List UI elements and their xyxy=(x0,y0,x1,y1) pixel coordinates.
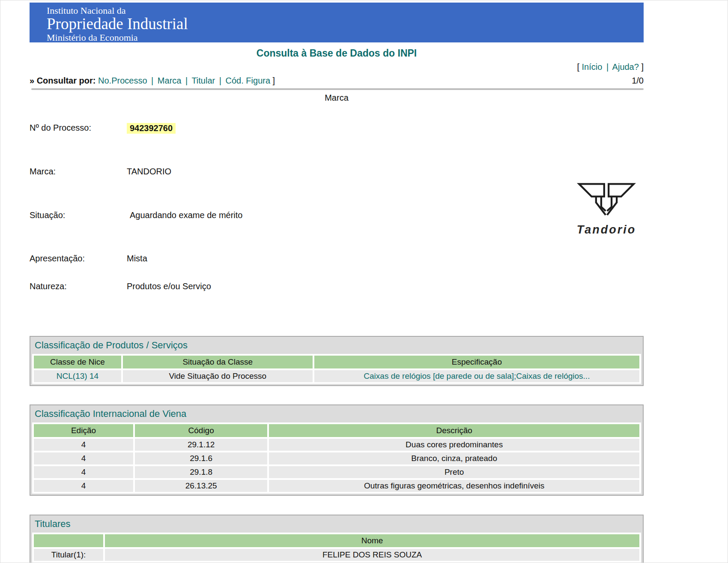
consult-close-bracket: ] xyxy=(273,76,275,85)
natureza-value: Produtos e/ou Serviço xyxy=(127,282,211,291)
titulares-col-nome: Nome xyxy=(105,534,639,547)
link-ajuda[interactable]: Ajuda? xyxy=(612,62,639,72)
vienna-col-edicao: Edição xyxy=(34,424,133,437)
nice-box-title: Classificação de Produtos / Serviços xyxy=(32,338,641,354)
link-cod-figura[interactable]: Cód. Figura xyxy=(226,76,271,85)
nice-col-classe: Classe de Nice xyxy=(34,356,121,368)
vienna-edicao: 4 xyxy=(34,452,133,464)
vienna-table: Edição Código Descrição 4 29.1.12 Duas c… xyxy=(32,422,641,494)
link-inicio[interactable]: Início xyxy=(582,62,603,72)
vienna-data-row: 4 29.1.8 Preto xyxy=(34,466,639,478)
tandorio-logo-emblem xyxy=(577,179,636,221)
titular-label: Titular(1): xyxy=(34,549,103,561)
vienna-codigo: 26.13.25 xyxy=(135,480,267,492)
marca-label: Marca: xyxy=(30,167,127,177)
field-natureza: Natureza: Produtos e/ou Serviço xyxy=(30,282,211,291)
titulares-box-title: Titulares xyxy=(32,517,641,533)
field-apresentacao: Apresentação: Mista xyxy=(30,254,147,264)
field-processo: Nº do Processo: 942392760 xyxy=(30,123,176,134)
vienna-codigo: 29.1.8 xyxy=(135,466,267,478)
page-title: Consulta à Base de Dados do INPI xyxy=(30,48,644,59)
nice-classe-link[interactable]: NCL(13) 14 xyxy=(34,370,121,382)
pager-count: 1/0 xyxy=(632,76,644,86)
consult-row: » Consultar por: No.Processo | Marca | T… xyxy=(30,76,644,86)
vienna-edicao: 4 xyxy=(34,466,133,478)
situacao-value: Aguardando exame de mérito xyxy=(127,210,243,220)
titulares-data-row: Titular(1): FELIPE DOS REIS SOUZA xyxy=(34,549,639,561)
nice-table: Classe de Nice Situação da Classe Especi… xyxy=(32,354,641,384)
processo-label: Nº do Processo: xyxy=(30,123,127,134)
vienna-codigo: 29.1.12 xyxy=(135,439,267,451)
nice-data-row: NCL(13) 14 Vide Situação do Processo Cai… xyxy=(34,370,639,382)
titulares-table: Nome Titular(1): FELIPE DOS REIS SOUZA xyxy=(32,533,641,563)
inpi-header-banner: Instituto Nacional da Propriedade Indust… xyxy=(30,3,644,42)
link-titular[interactable]: Titular xyxy=(191,76,215,85)
consult-separator: | xyxy=(184,76,189,85)
titulares-box: Titulares Nome Titular(1): FELIPE DOS RE… xyxy=(30,515,644,563)
top-nav: [ Início | Ajuda? ] xyxy=(30,62,644,72)
field-marca: Marca: TANDORIO xyxy=(30,167,171,177)
vienna-codigo: 29.1.6 xyxy=(135,452,267,464)
vienna-box-title: Classificação Internacional de Viena xyxy=(32,407,641,422)
trademark-image: Tandorio xyxy=(561,179,651,237)
vienna-data-row: 4 29.1.12 Duas cores predominantes xyxy=(34,439,639,451)
apresentacao-value: Mista xyxy=(127,254,147,264)
vienna-data-row: 4 26.13.25 Outras figuras geométricas, d… xyxy=(34,480,639,492)
org-ministry-line: Ministério da Economia xyxy=(47,33,644,42)
vienna-descricao: Duas cores predominantes xyxy=(269,439,639,451)
processo-value: 942392760 xyxy=(127,123,176,134)
vienna-data-row: 4 29.1.6 Branco, cinza, prateado xyxy=(34,452,639,464)
nice-col-especificacao: Especificação xyxy=(314,356,639,368)
consult-prefix: » Consultar por: xyxy=(30,76,95,85)
vienna-classification-box: Classificação Internacional de Viena Edi… xyxy=(30,404,644,496)
vienna-col-codigo: Código xyxy=(135,424,267,437)
bracket-open: [ xyxy=(577,62,579,72)
section-heading: Marca xyxy=(30,93,644,103)
titulares-header-row: Nome xyxy=(34,534,639,547)
nice-especificacao-link[interactable]: Caixas de relógios [de parede ou de sala… xyxy=(314,370,639,382)
org-name-line2: Propriedade Industrial xyxy=(47,15,644,32)
vienna-header-row: Edição Código Descrição xyxy=(34,424,639,437)
vienna-col-descricao: Descrição xyxy=(269,424,639,437)
consult-separator: | xyxy=(218,76,223,85)
inpi-results-page: Instituto Nacional da Propriedade Indust… xyxy=(0,0,728,563)
vienna-edicao: 4 xyxy=(34,439,133,451)
marca-value: TANDORIO xyxy=(127,167,171,177)
bracket-close: ] xyxy=(641,62,644,72)
link-marca[interactable]: Marca xyxy=(158,76,182,85)
nav-separator: | xyxy=(605,62,610,72)
vienna-descricao: Outras figuras geométricas, desenhos ind… xyxy=(269,480,639,492)
horizontal-divider xyxy=(31,88,644,90)
consult-separator: | xyxy=(149,76,155,85)
apresentacao-label: Apresentação: xyxy=(30,254,127,264)
vienna-edicao: 4 xyxy=(34,480,133,492)
natureza-label: Natureza: xyxy=(30,282,127,291)
nice-col-situacao: Situação da Classe xyxy=(123,356,313,368)
titular-nome: FELIPE DOS REIS SOUZA xyxy=(105,549,639,561)
nice-classification-box: Classificação de Produtos / Serviços Cla… xyxy=(30,336,644,386)
vienna-descricao: Branco, cinza, prateado xyxy=(269,452,639,464)
nice-header-row: Classe de Nice Situação da Classe Especi… xyxy=(34,356,639,368)
field-situacao: Situação: Aguardando exame de mérito xyxy=(30,210,243,220)
vienna-descricao: Preto xyxy=(269,466,639,478)
consult-options: » Consultar por: No.Processo | Marca | T… xyxy=(30,76,275,86)
org-name-line1: Instituto Nacional da xyxy=(47,6,644,15)
tandorio-logo-text: Tandorio xyxy=(561,223,651,237)
link-no-processo[interactable]: No.Processo xyxy=(98,76,147,85)
nice-situacao-value: Vide Situação do Processo xyxy=(123,370,313,382)
situacao-label: Situação: xyxy=(30,210,127,220)
titulares-col-empty xyxy=(34,534,103,547)
